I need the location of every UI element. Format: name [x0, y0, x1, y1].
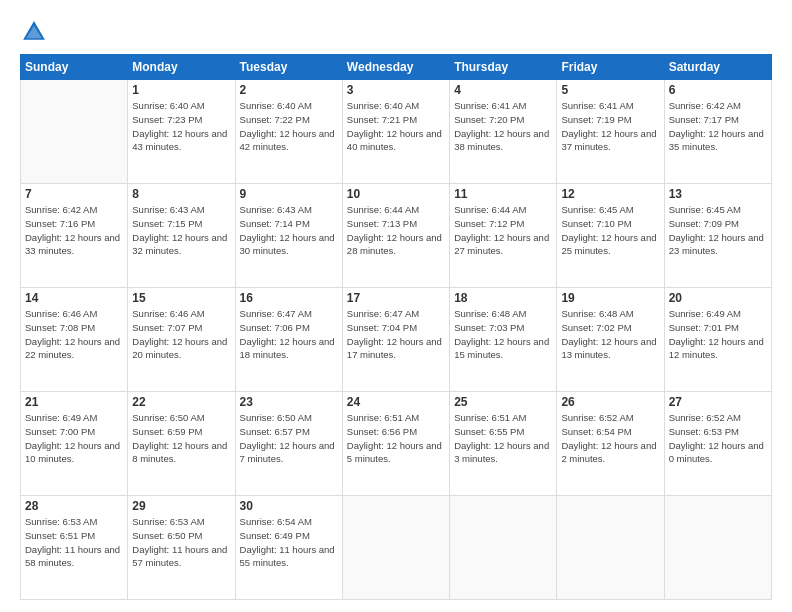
day-info: Sunrise: 6:48 AMSunset: 7:03 PMDaylight:… [454, 307, 552, 362]
calendar-cell: 14Sunrise: 6:46 AMSunset: 7:08 PMDayligh… [21, 288, 128, 392]
calendar-cell: 2Sunrise: 6:40 AMSunset: 7:22 PMDaylight… [235, 80, 342, 184]
calendar-cell: 15Sunrise: 6:46 AMSunset: 7:07 PMDayligh… [128, 288, 235, 392]
calendar: SundayMondayTuesdayWednesdayThursdayFrid… [20, 54, 772, 600]
weekday-header-monday: Monday [128, 55, 235, 80]
day-number: 23 [240, 395, 338, 409]
page: SundayMondayTuesdayWednesdayThursdayFrid… [0, 0, 792, 612]
day-info: Sunrise: 6:47 AMSunset: 7:04 PMDaylight:… [347, 307, 445, 362]
day-number: 22 [132, 395, 230, 409]
day-info: Sunrise: 6:42 AMSunset: 7:17 PMDaylight:… [669, 99, 767, 154]
day-number: 20 [669, 291, 767, 305]
day-info: Sunrise: 6:44 AMSunset: 7:12 PMDaylight:… [454, 203, 552, 258]
weekday-header-saturday: Saturday [664, 55, 771, 80]
day-number: 7 [25, 187, 123, 201]
day-info: Sunrise: 6:46 AMSunset: 7:07 PMDaylight:… [132, 307, 230, 362]
day-number: 13 [669, 187, 767, 201]
weekday-header-friday: Friday [557, 55, 664, 80]
day-info: Sunrise: 6:54 AMSunset: 6:49 PMDaylight:… [240, 515, 338, 570]
calendar-cell: 6Sunrise: 6:42 AMSunset: 7:17 PMDaylight… [664, 80, 771, 184]
day-info: Sunrise: 6:44 AMSunset: 7:13 PMDaylight:… [347, 203, 445, 258]
weekday-header-thursday: Thursday [450, 55, 557, 80]
calendar-cell [450, 496, 557, 600]
calendar-cell: 21Sunrise: 6:49 AMSunset: 7:00 PMDayligh… [21, 392, 128, 496]
day-info: Sunrise: 6:47 AMSunset: 7:06 PMDaylight:… [240, 307, 338, 362]
calendar-cell: 8Sunrise: 6:43 AMSunset: 7:15 PMDaylight… [128, 184, 235, 288]
day-info: Sunrise: 6:49 AMSunset: 7:00 PMDaylight:… [25, 411, 123, 466]
day-info: Sunrise: 6:53 AMSunset: 6:50 PMDaylight:… [132, 515, 230, 570]
day-info: Sunrise: 6:45 AMSunset: 7:09 PMDaylight:… [669, 203, 767, 258]
day-number: 9 [240, 187, 338, 201]
calendar-cell: 5Sunrise: 6:41 AMSunset: 7:19 PMDaylight… [557, 80, 664, 184]
calendar-cell: 16Sunrise: 6:47 AMSunset: 7:06 PMDayligh… [235, 288, 342, 392]
day-info: Sunrise: 6:43 AMSunset: 7:15 PMDaylight:… [132, 203, 230, 258]
day-info: Sunrise: 6:46 AMSunset: 7:08 PMDaylight:… [25, 307, 123, 362]
day-number: 10 [347, 187, 445, 201]
calendar-cell: 13Sunrise: 6:45 AMSunset: 7:09 PMDayligh… [664, 184, 771, 288]
day-number: 15 [132, 291, 230, 305]
day-info: Sunrise: 6:41 AMSunset: 7:20 PMDaylight:… [454, 99, 552, 154]
day-number: 5 [561, 83, 659, 97]
calendar-cell: 26Sunrise: 6:52 AMSunset: 6:54 PMDayligh… [557, 392, 664, 496]
day-number: 14 [25, 291, 123, 305]
day-info: Sunrise: 6:50 AMSunset: 6:57 PMDaylight:… [240, 411, 338, 466]
weekday-header-tuesday: Tuesday [235, 55, 342, 80]
calendar-cell: 11Sunrise: 6:44 AMSunset: 7:12 PMDayligh… [450, 184, 557, 288]
calendar-cell: 4Sunrise: 6:41 AMSunset: 7:20 PMDaylight… [450, 80, 557, 184]
day-number: 27 [669, 395, 767, 409]
calendar-cell [557, 496, 664, 600]
week-row-1: 7Sunrise: 6:42 AMSunset: 7:16 PMDaylight… [21, 184, 772, 288]
day-info: Sunrise: 6:53 AMSunset: 6:51 PMDaylight:… [25, 515, 123, 570]
day-info: Sunrise: 6:52 AMSunset: 6:54 PMDaylight:… [561, 411, 659, 466]
day-number: 29 [132, 499, 230, 513]
calendar-cell: 19Sunrise: 6:48 AMSunset: 7:02 PMDayligh… [557, 288, 664, 392]
calendar-cell: 29Sunrise: 6:53 AMSunset: 6:50 PMDayligh… [128, 496, 235, 600]
calendar-cell: 10Sunrise: 6:44 AMSunset: 7:13 PMDayligh… [342, 184, 449, 288]
day-number: 11 [454, 187, 552, 201]
week-row-3: 21Sunrise: 6:49 AMSunset: 7:00 PMDayligh… [21, 392, 772, 496]
day-number: 8 [132, 187, 230, 201]
calendar-cell [342, 496, 449, 600]
calendar-cell: 28Sunrise: 6:53 AMSunset: 6:51 PMDayligh… [21, 496, 128, 600]
day-info: Sunrise: 6:50 AMSunset: 6:59 PMDaylight:… [132, 411, 230, 466]
calendar-cell: 9Sunrise: 6:43 AMSunset: 7:14 PMDaylight… [235, 184, 342, 288]
day-number: 28 [25, 499, 123, 513]
weekday-header-sunday: Sunday [21, 55, 128, 80]
calendar-cell: 27Sunrise: 6:52 AMSunset: 6:53 PMDayligh… [664, 392, 771, 496]
calendar-cell: 25Sunrise: 6:51 AMSunset: 6:55 PMDayligh… [450, 392, 557, 496]
day-info: Sunrise: 6:41 AMSunset: 7:19 PMDaylight:… [561, 99, 659, 154]
day-info: Sunrise: 6:49 AMSunset: 7:01 PMDaylight:… [669, 307, 767, 362]
header [20, 18, 772, 46]
day-number: 6 [669, 83, 767, 97]
day-info: Sunrise: 6:40 AMSunset: 7:21 PMDaylight:… [347, 99, 445, 154]
day-number: 1 [132, 83, 230, 97]
week-row-0: 1Sunrise: 6:40 AMSunset: 7:23 PMDaylight… [21, 80, 772, 184]
weekday-header-row: SundayMondayTuesdayWednesdayThursdayFrid… [21, 55, 772, 80]
day-info: Sunrise: 6:40 AMSunset: 7:23 PMDaylight:… [132, 99, 230, 154]
calendar-cell: 20Sunrise: 6:49 AMSunset: 7:01 PMDayligh… [664, 288, 771, 392]
calendar-cell: 24Sunrise: 6:51 AMSunset: 6:56 PMDayligh… [342, 392, 449, 496]
day-number: 4 [454, 83, 552, 97]
day-number: 12 [561, 187, 659, 201]
logo [20, 18, 52, 46]
day-info: Sunrise: 6:43 AMSunset: 7:14 PMDaylight:… [240, 203, 338, 258]
day-info: Sunrise: 6:40 AMSunset: 7:22 PMDaylight:… [240, 99, 338, 154]
day-number: 19 [561, 291, 659, 305]
day-info: Sunrise: 6:51 AMSunset: 6:56 PMDaylight:… [347, 411, 445, 466]
day-number: 26 [561, 395, 659, 409]
day-info: Sunrise: 6:51 AMSunset: 6:55 PMDaylight:… [454, 411, 552, 466]
calendar-cell: 22Sunrise: 6:50 AMSunset: 6:59 PMDayligh… [128, 392, 235, 496]
logo-icon [20, 18, 48, 46]
day-number: 24 [347, 395, 445, 409]
day-number: 18 [454, 291, 552, 305]
day-info: Sunrise: 6:48 AMSunset: 7:02 PMDaylight:… [561, 307, 659, 362]
week-row-4: 28Sunrise: 6:53 AMSunset: 6:51 PMDayligh… [21, 496, 772, 600]
calendar-cell: 23Sunrise: 6:50 AMSunset: 6:57 PMDayligh… [235, 392, 342, 496]
day-info: Sunrise: 6:42 AMSunset: 7:16 PMDaylight:… [25, 203, 123, 258]
day-info: Sunrise: 6:45 AMSunset: 7:10 PMDaylight:… [561, 203, 659, 258]
week-row-2: 14Sunrise: 6:46 AMSunset: 7:08 PMDayligh… [21, 288, 772, 392]
calendar-cell: 1Sunrise: 6:40 AMSunset: 7:23 PMDaylight… [128, 80, 235, 184]
calendar-cell: 7Sunrise: 6:42 AMSunset: 7:16 PMDaylight… [21, 184, 128, 288]
day-number: 16 [240, 291, 338, 305]
calendar-cell [664, 496, 771, 600]
day-number: 21 [25, 395, 123, 409]
